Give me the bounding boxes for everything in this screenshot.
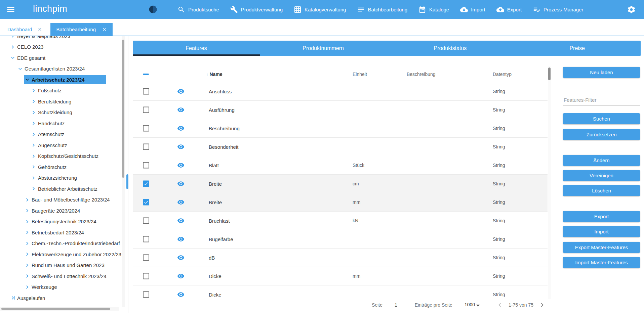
tree-item-geh-rschutz[interactable]: Gehörschutz [0, 162, 121, 173]
feature-tab-produktnummern[interactable]: Produktnummern [260, 41, 387, 56]
chevron-right-icon[interactable] [9, 44, 16, 50]
menu-icon[interactable] [6, 5, 15, 14]
splitter-handle[interactable] [126, 174, 128, 189]
chevron-down-icon[interactable] [17, 65, 24, 72]
merge-button[interactable]: Vereinigen [563, 170, 640, 181]
tree-item-befestigungstechnik-2023-24[interactable]: Befestigungstechnik 2023/24 [0, 216, 121, 227]
features-filter-input[interactable] [563, 95, 640, 105]
chevron-right-icon[interactable] [30, 131, 37, 138]
chevron-right-icon[interactable] [24, 207, 31, 214]
export-master-features-button[interactable]: Export Master-Features [563, 242, 640, 253]
select-all-indeterminate[interactable] [143, 74, 149, 75]
tree-item-gesamtlagerlisten-2023-24[interactable]: Gesamtlagerlisten 2023/24 [0, 63, 121, 75]
nav-item-prozess-manager[interactable]: Prozess-Manager [533, 6, 583, 13]
tree-item-elektrowerkzeuge-und-zubeh-r-2022-23[interactable]: Elektrowerkzeuge und Zubehör 2022/23 [0, 249, 121, 260]
eye-icon[interactable] [177, 106, 185, 114]
scrollbar-thumb[interactable] [122, 40, 124, 178]
tree-item-schutzkleidung[interactable]: Schutzkleidung [0, 107, 121, 118]
chevron-right-icon[interactable] [30, 164, 37, 170]
tree-vertical-scrollbar[interactable] [122, 36, 125, 307]
prev-page-icon[interactable] [496, 301, 504, 309]
close-icon[interactable] [37, 27, 42, 32]
column-header-datentyp[interactable]: Datentyp [493, 72, 512, 77]
eye-icon[interactable] [177, 272, 185, 280]
tree-item-ausgelaufen[interactable]: Ausgelaufen [0, 293, 121, 304]
row-checkbox[interactable] [143, 292, 149, 298]
chevron-right-icon[interactable] [24, 240, 31, 247]
eye-icon[interactable] [177, 217, 185, 224]
eye-icon[interactable] [177, 162, 185, 169]
reload-button[interactable]: Neu laden [563, 67, 640, 78]
search-button[interactable]: Suchen [563, 113, 640, 124]
chevron-right-icon[interactable] [24, 273, 31, 279]
eye-icon[interactable] [177, 180, 185, 187]
settings-gear-icon[interactable] [627, 5, 636, 14]
tree-item-handschutz[interactable]: Handschutz [0, 118, 121, 129]
tree-item-augenschutz[interactable]: Augenschutz [0, 140, 121, 151]
nav-item-produktverwaltung[interactable]: Produktverwaltung [230, 6, 283, 13]
import-button[interactable]: Import [563, 226, 640, 237]
chevron-right-icon[interactable] [24, 218, 31, 225]
tree-item-kopfschutz-gesichtsschutz[interactable]: Kopfschutz/Gesichtsschutz [0, 151, 121, 162]
tree-item-arbeitsschutz-2023-24[interactable]: Arbeitsschutz 2023/24 [0, 74, 121, 85]
delete-button[interactable]: Löschen [563, 185, 640, 196]
skip-end-icon[interactable] [9, 295, 16, 301]
chevron-right-icon[interactable] [9, 36, 16, 39]
tree-item-chem-techn-produkte-industriebedarf[interactable]: Chem.-Techn.-Produkte/Industriebedarf [0, 238, 121, 249]
import-master-features-button[interactable]: Import Master-Features [563, 257, 640, 268]
nav-item-batchbearbeitung[interactable]: Batchbearbeitung [357, 6, 407, 13]
row-checkbox[interactable] [143, 181, 149, 187]
next-page-icon[interactable] [538, 301, 546, 309]
eye-icon[interactable] [177, 235, 185, 243]
tree-item-celo-2023[interactable]: CELO 2023 [0, 42, 121, 53]
chevron-right-icon[interactable] [30, 87, 37, 94]
chevron-right-icon[interactable] [24, 196, 31, 203]
tree-item-betriebsbedarf-2023-24[interactable]: Betriebsbedarf 2023/24 [0, 227, 121, 238]
column-header-name[interactable]: ↑Name [206, 72, 223, 77]
feature-tab-features[interactable]: Features [133, 41, 260, 56]
tree-item-atemschutz[interactable]: Atemschutz [0, 129, 121, 140]
nav-item-produktsuche[interactable]: Produktsuche [177, 6, 219, 13]
eye-icon[interactable] [177, 291, 185, 298]
tab-dashboard[interactable]: Dashboard [3, 23, 46, 36]
row-checkbox[interactable] [143, 162, 149, 169]
reset-button[interactable]: Zurücksetzen [563, 129, 640, 140]
chevron-right-icon[interactable] [30, 109, 37, 116]
feature-tab-preise[interactable]: Preise [514, 41, 641, 56]
tree-item-bau-und-m-belbeschl-ge-2023-24[interactable]: Bau- und Möbelbeschläge 2023/24 [0, 194, 121, 206]
row-checkbox[interactable] [143, 218, 149, 224]
row-checkbox[interactable] [143, 144, 149, 150]
chevron-right-icon[interactable] [30, 98, 37, 105]
row-checkbox[interactable] [143, 236, 149, 242]
tree-item-werkzeuge[interactable]: Werkzeuge [0, 282, 121, 293]
column-header-beschreibung[interactable]: Beschreibung [407, 72, 436, 77]
close-icon[interactable] [102, 27, 107, 32]
table-vertical-scrollbar[interactable] [548, 66, 551, 299]
tree-item-bauger-te-2023-2024[interactable]: Baugeräte 2023/2024 [0, 205, 121, 216]
tree-item-absturzsicherung[interactable]: Absturzsicherung [0, 173, 121, 184]
row-checkbox[interactable] [143, 107, 149, 113]
chevron-right-icon[interactable] [30, 142, 37, 148]
change-button[interactable]: Ändern [563, 155, 640, 166]
tree-item-betrieblicher-arbeitsschutz[interactable]: Betrieblicher Arbeitsschutz [0, 183, 121, 194]
tree-item-ede-gesamt[interactable]: EDE gesamt [0, 52, 121, 63]
chevron-down-icon[interactable] [24, 76, 31, 83]
tree-item-schwei-und-l-ttechnik-2023-24[interactable]: Schweiß- und Löttechnik 2023/24 [0, 271, 121, 282]
eye-icon[interactable] [177, 254, 185, 261]
row-checkbox[interactable] [143, 125, 149, 132]
chevron-right-icon[interactable] [24, 262, 31, 269]
nav-item-katalogverwaltung[interactable]: Katalogverwaltung [294, 6, 346, 13]
tree-item-berufskleidung[interactable]: Berufskleidung [0, 96, 121, 107]
export-button[interactable]: Export [563, 211, 640, 222]
chevron-right-icon[interactable] [24, 229, 31, 236]
scrollbar-thumb[interactable] [548, 68, 551, 80]
chevron-right-icon[interactable] [30, 120, 37, 127]
eye-icon[interactable] [177, 88, 185, 95]
scrollbar-thumb[interactable] [1, 308, 110, 310]
chevron-right-icon[interactable] [30, 185, 37, 192]
feature-tab-produktstatus[interactable]: Produktstatus [387, 41, 514, 56]
chevron-right-icon[interactable] [30, 153, 37, 160]
column-header-einheit[interactable]: Einheit [353, 72, 367, 77]
tree-item-rund-um-haus-und-garten-2023[interactable]: Rund um Haus und Garten 2023 [0, 260, 121, 271]
eye-icon[interactable] [177, 198, 185, 206]
